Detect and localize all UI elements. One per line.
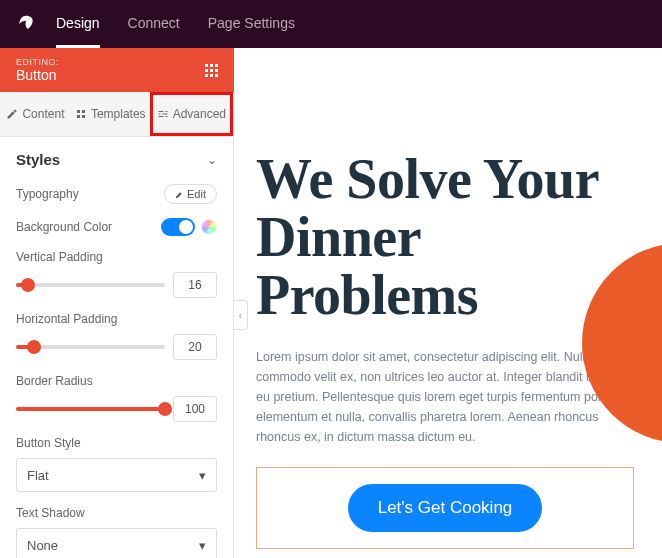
text-shadow-value: None	[27, 538, 58, 553]
button-style-group: Button Style Flat ▾	[16, 436, 217, 492]
styles-header[interactable]: Styles ⌄	[16, 151, 217, 168]
color-picker-icon[interactable]	[201, 219, 217, 235]
collapse-sidebar-handle[interactable]: ‹	[234, 300, 248, 330]
vertical-padding-group: Vertical Padding	[16, 250, 217, 298]
typography-label: Typography	[16, 187, 79, 201]
pencil-icon	[175, 190, 184, 199]
grid-icon[interactable]	[205, 64, 218, 77]
tab-content[interactable]: Content	[0, 92, 71, 136]
tab-content-label: Content	[22, 107, 64, 121]
headline: We Solve Your Dinner Problems	[256, 150, 634, 325]
background-label: Background Color	[16, 220, 112, 234]
chevron-down-icon: ⌄	[207, 153, 217, 167]
text-shadow-group: Text Shadow None ▾	[16, 506, 217, 558]
radius-slider[interactable]	[16, 407, 165, 411]
text-shadow-select[interactable]: None ▾	[16, 528, 217, 558]
panel-title: Styles	[16, 151, 60, 168]
canvas: We Solve Your Dinner Problems Lorem ipsu…	[234, 48, 662, 558]
editing-label: EDITING:	[16, 57, 59, 67]
text-shadow-label: Text Shadow	[16, 506, 217, 520]
sidebar: EDITING: Button Content Templates Advanc…	[0, 48, 234, 558]
nav-tab-design[interactable]: Design	[56, 0, 100, 48]
templates-icon	[75, 108, 87, 120]
chevron-down-icon: ▾	[199, 468, 206, 483]
background-row: Background Color	[16, 218, 217, 236]
vpad-input[interactable]	[173, 272, 217, 298]
styles-panel: Styles ⌄ Typography Edit Background Colo…	[0, 137, 233, 558]
vpad-slider[interactable]	[16, 283, 165, 287]
sliders-icon	[157, 108, 169, 120]
hpad-slider[interactable]	[16, 345, 165, 349]
top-nav: Design Connect Page Settings	[0, 0, 662, 48]
hpad-label: Horizontal Padding	[16, 312, 217, 326]
radius-input[interactable]	[173, 396, 217, 422]
edit-label: Edit	[187, 188, 206, 200]
typography-row: Typography Edit	[16, 184, 217, 204]
background-toggle[interactable]	[161, 218, 195, 236]
pencil-icon	[6, 108, 18, 120]
hpad-input[interactable]	[173, 334, 217, 360]
section-tabs: Content Templates Advanced	[0, 92, 233, 137]
leaf-logo-icon	[16, 14, 36, 34]
tab-templates-label: Templates	[91, 107, 146, 121]
nav-tab-page-settings[interactable]: Page Settings	[208, 0, 295, 48]
button-style-select[interactable]: Flat ▾	[16, 458, 217, 492]
body-text: Lorem ipsum dolor sit amet, consectetur …	[256, 347, 634, 447]
tab-templates[interactable]: Templates	[71, 92, 150, 136]
button-style-label: Button Style	[16, 436, 217, 450]
nav-tab-connect[interactable]: Connect	[128, 0, 180, 48]
typography-edit-button[interactable]: Edit	[164, 184, 217, 204]
horizontal-padding-group: Horizontal Padding	[16, 312, 217, 360]
cta-button[interactable]: Let's Get Cooking	[348, 484, 543, 532]
border-radius-group: Border Radius	[16, 374, 217, 422]
cta-selection-outline[interactable]: Let's Get Cooking	[256, 467, 634, 549]
vpad-label: Vertical Padding	[16, 250, 217, 264]
chevron-down-icon: ▾	[199, 538, 206, 553]
editing-bar: EDITING: Button	[0, 48, 234, 92]
tab-advanced[interactable]: Advanced	[150, 92, 233, 136]
tab-advanced-label: Advanced	[173, 107, 226, 121]
nav-tabs: Design Connect Page Settings	[56, 0, 295, 48]
button-style-value: Flat	[27, 468, 49, 483]
editing-target: Button	[16, 67, 59, 83]
radius-label: Border Radius	[16, 374, 217, 388]
